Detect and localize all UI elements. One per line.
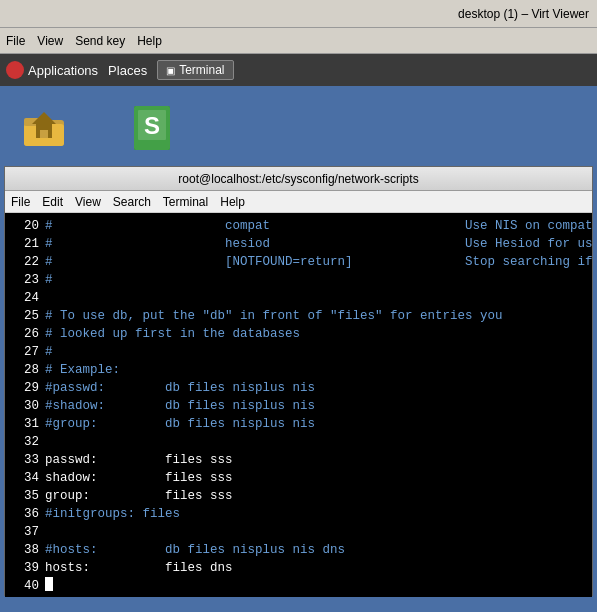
terminal-taskbar-button[interactable]: ▣ Terminal: [157, 60, 233, 80]
table-row: 31#group: db files nisplus nis: [11, 415, 586, 433]
table-row: 24: [11, 289, 586, 307]
menu-send-key[interactable]: Send key: [75, 34, 125, 48]
table-row: 34shadow: files sss: [11, 469, 586, 487]
table-row: 30#shadow: db files nisplus nis: [11, 397, 586, 415]
table-row: 35group: files sss: [11, 487, 586, 505]
table-row: 25# To use db, put the "db" in front of …: [11, 307, 586, 325]
table-row: 39hosts: files dns: [11, 559, 586, 577]
applications-label[interactable]: Applications: [28, 63, 98, 78]
table-row: 29#passwd: db files nisplus nis: [11, 379, 586, 397]
table-row: 32: [11, 433, 586, 451]
svg-rect-5: [40, 130, 48, 138]
tmenu-help[interactable]: Help: [220, 195, 245, 209]
svg-text:S: S: [144, 112, 160, 139]
tmenu-terminal[interactable]: Terminal: [163, 195, 208, 209]
desktop-area: S: [0, 86, 597, 166]
menu-view[interactable]: View: [37, 34, 63, 48]
terminal-window: root@localhost:/etc/sysconfig/network-sc…: [4, 166, 593, 596]
terminal-menubar: File Edit View Search Terminal Help: [5, 191, 592, 213]
table-row: 23#: [11, 271, 586, 289]
table-row: 33passwd: files sss: [11, 451, 586, 469]
spreadsheet-icon[interactable]: S: [128, 102, 176, 150]
virt-viewer-menubar: File View Send key Help: [0, 28, 597, 54]
home-folder-icon[interactable]: [20, 102, 68, 150]
gnome-panel: Applications Places ▣ Terminal: [0, 54, 597, 86]
table-row: 20# compat Use NIS on compat mode: [11, 217, 586, 235]
menu-help[interactable]: Help: [137, 34, 162, 48]
table-row: 26# looked up first in the databases: [11, 325, 586, 343]
places-menu[interactable]: Places: [102, 63, 153, 78]
tmenu-search[interactable]: Search: [113, 195, 151, 209]
spreadsheet-svg: S: [128, 102, 176, 150]
gnome-foot-icon: [6, 61, 24, 79]
table-row: 28# Example:: [11, 361, 586, 379]
cursor-line: 40: [11, 577, 586, 595]
tmenu-view[interactable]: View: [75, 195, 101, 209]
tmenu-file[interactable]: File: [11, 195, 30, 209]
table-row: 27#: [11, 343, 586, 361]
table-row: 22# [NOTFOUND=return] Stop searching if …: [11, 253, 586, 271]
terminal-taskbar-label: Terminal: [179, 63, 224, 77]
table-row: 36#initgroups: files: [11, 505, 586, 523]
table-row: 21# hesiod Use Hesiod for user lookups: [11, 235, 586, 253]
table-row: 38#hosts: db files nisplus nis dns: [11, 541, 586, 559]
terminal-cursor: [45, 577, 53, 591]
terminal-small-icon: ▣: [166, 65, 175, 76]
tmenu-edit[interactable]: Edit: [42, 195, 63, 209]
menu-file[interactable]: File: [6, 34, 25, 48]
applications-menu[interactable]: Applications: [6, 61, 98, 79]
titlebar-text: desktop (1) – Virt Viewer: [458, 7, 589, 21]
terminal-title-text: root@localhost:/etc/sysconfig/network-sc…: [178, 172, 418, 186]
virt-viewer-titlebar: desktop (1) – Virt Viewer: [0, 0, 597, 28]
terminal-content[interactable]: 20# compat Use NIS on compat mode 21# he…: [5, 213, 592, 597]
terminal-titlebar: root@localhost:/etc/sysconfig/network-sc…: [5, 167, 592, 191]
home-folder-svg: [20, 102, 68, 150]
table-row: 37: [11, 523, 586, 541]
